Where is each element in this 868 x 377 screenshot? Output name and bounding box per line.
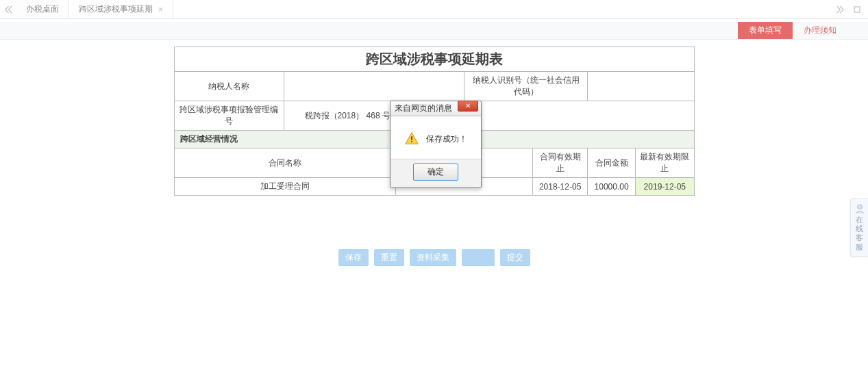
dialog-ok-button[interactable]: 确定	[413, 164, 458, 181]
value-taxpayer-name[interactable]	[284, 72, 464, 101]
online-help-widget[interactable]: 在线客服	[850, 198, 868, 257]
svg-rect-2	[411, 141, 412, 142]
svg-rect-0	[854, 7, 860, 12]
col-contract-name: 合同名称	[174, 148, 395, 178]
tab-home-label: 办税桌面	[26, 3, 59, 15]
value-taxpayer-id[interactable]	[588, 72, 694, 101]
value-mgr-no: 税跨报（2018） 468 号	[284, 101, 694, 131]
warning-icon	[404, 131, 419, 146]
reset-button[interactable]: 重置	[374, 249, 404, 266]
subtab-fill-label: 表单填写	[749, 25, 782, 36]
cell-new-valid-to[interactable]: 2019-12-05	[636, 178, 694, 196]
support-avatar-icon	[852, 203, 867, 214]
tab-home[interactable]: 办税桌面	[16, 0, 69, 18]
window-restore-icon[interactable]	[849, 5, 865, 14]
subtab-fill[interactable]: 表单填写	[738, 22, 793, 39]
tab-current[interactable]: 跨区域涉税事项延期 ×	[69, 0, 173, 18]
window-tabbar: 办税桌面 跨区域涉税事项延期 ×	[0, 0, 868, 19]
subtab-notice-label: 办理须知	[804, 25, 836, 36]
submit-button[interactable]: 提交	[500, 249, 530, 266]
tabs-scroll-left[interactable]	[0, 0, 16, 18]
alert-dialog: 来自网页的消息 ✕ 保存成功！ 确定	[390, 101, 482, 188]
subtab-row: 表单填写 办理须知	[0, 22, 868, 40]
dialog-message: 保存成功！	[426, 133, 467, 145]
form-title: 跨区域涉税事项延期表	[174, 47, 694, 72]
dialog-titlebar[interactable]: 来自网页的消息 ✕	[390, 101, 481, 116]
dialog-body: 保存成功！	[390, 116, 481, 159]
cell-contract-name: 加工受理合同	[174, 178, 395, 196]
svg-point-3	[857, 205, 862, 209]
subtab-notice[interactable]: 办理须知	[793, 22, 847, 39]
export-button[interactable]: 资料采集	[410, 249, 456, 266]
label-taxpayer-id: 纳税人识别号（统一社会信用代码）	[464, 72, 587, 101]
label-taxpayer-name: 纳税人名称	[174, 72, 284, 101]
col-valid-to: 合同有效期止	[533, 148, 588, 178]
dialog-footer: 确定	[390, 159, 481, 187]
tab-current-label: 跨区域涉税事项延期	[79, 3, 153, 15]
other-button[interactable]	[462, 249, 495, 266]
tabs-scroll-right[interactable]	[832, 5, 849, 14]
tab-close-icon[interactable]: ×	[158, 5, 163, 14]
dialog-title: 来自网页的消息	[395, 103, 452, 114]
close-icon: ✕	[465, 103, 471, 109]
tabbar-right-controls	[832, 0, 865, 18]
col-amount: 合同金额	[588, 148, 636, 178]
save-button[interactable]: 保存	[338, 249, 369, 266]
online-help-label: 在线客服	[856, 216, 863, 251]
col-new-valid-to: 最新有效期限止	[636, 148, 694, 178]
cell-amount: 10000.00	[588, 178, 636, 196]
label-mgr-no: 跨区域涉税事项报验管理编号	[174, 101, 284, 131]
svg-rect-1	[411, 136, 412, 140]
cell-valid-to: 2018-12-05	[533, 178, 588, 196]
dialog-close-button[interactable]: ✕	[458, 101, 478, 112]
form-button-row: 保存 重置 资料采集 提交	[174, 249, 695, 266]
